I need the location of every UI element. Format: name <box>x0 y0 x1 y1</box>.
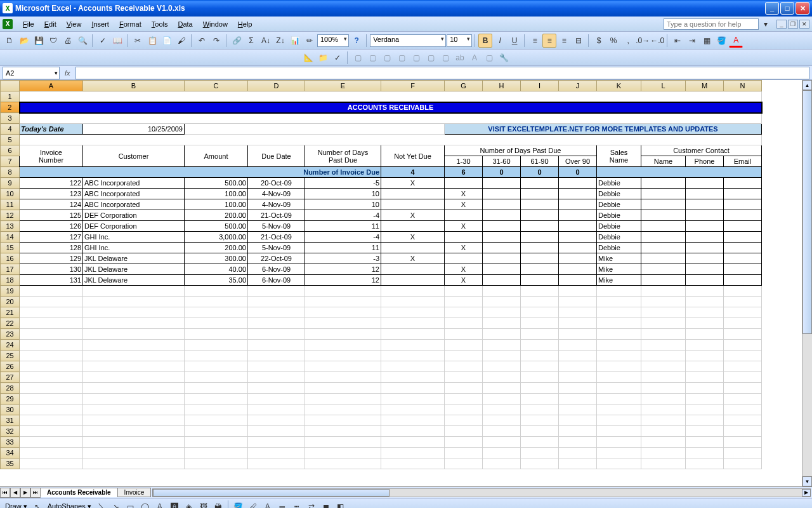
row-header-14[interactable]: 14 <box>1 232 20 243</box>
cell[interactable] <box>559 275 597 286</box>
preview-icon[interactable]: 🔍 <box>75 34 89 48</box>
cell[interactable]: 128 <box>20 243 83 253</box>
cell[interactable] <box>724 329 762 340</box>
fx-icon[interactable]: fx <box>60 69 75 77</box>
cell[interactable] <box>445 394 483 404</box>
row-header-27[interactable]: 27 <box>1 372 20 383</box>
cell[interactable] <box>597 167 762 178</box>
spellcheck-icon[interactable]: ✓ <box>96 34 110 48</box>
row-header-6[interactable]: 6 <box>1 145 20 156</box>
cell[interactable] <box>641 232 686 243</box>
cell[interactable] <box>559 264 597 275</box>
dash-style-icon[interactable]: ┅ <box>290 500 304 509</box>
chart-icon[interactable]: 📊 <box>288 34 302 48</box>
font-combo[interactable]: Verdana <box>370 34 446 47</box>
cell[interactable] <box>724 404 762 415</box>
cell[interactable] <box>724 448 762 458</box>
cell[interactable] <box>20 404 83 415</box>
cell[interactable]: 100.00 <box>185 189 248 199</box>
col-header-N[interactable]: N <box>724 81 762 91</box>
cell[interactable] <box>521 426 559 437</box>
currency-icon[interactable]: $ <box>592 34 606 48</box>
cell[interactable] <box>83 437 185 448</box>
cell[interactable] <box>83 372 185 383</box>
cell[interactable] <box>20 361 83 372</box>
cell[interactable]: 5-Nov-09 <box>248 243 305 253</box>
menu-file[interactable]: File <box>18 19 39 29</box>
cell[interactable] <box>381 264 445 275</box>
cell[interactable] <box>185 404 248 415</box>
cell[interactable] <box>559 253 597 264</box>
shadow-icon[interactable]: ◼ <box>319 500 333 509</box>
tool-icon[interactable]: A <box>468 51 481 65</box>
cell[interactable]: Debbie <box>597 221 641 232</box>
row-header-12[interactable]: 12 <box>1 210 20 221</box>
cell[interactable] <box>248 415 305 426</box>
cell[interactable]: 500.00 <box>185 221 248 232</box>
cell[interactable] <box>305 458 381 469</box>
tool-icon[interactable]: ▢ <box>438 51 452 65</box>
cell[interactable]: Debbie <box>597 210 641 221</box>
cell[interactable] <box>724 286 762 297</box>
cell[interactable] <box>445 458 483 469</box>
cell[interactable] <box>305 297 381 307</box>
align-center-icon[interactable]: ≡ <box>542 34 556 48</box>
cell[interactable] <box>483 437 521 448</box>
tab-prev-icon[interactable]: ◀ <box>10 488 20 498</box>
cell[interactable] <box>445 232 483 243</box>
header-r1[interactable]: 1-30 <box>445 156 483 167</box>
cell[interactable] <box>185 318 248 329</box>
cell[interactable]: Debbie <box>597 243 641 253</box>
col-header-K[interactable]: K <box>597 81 641 91</box>
tool-icon[interactable]: 📁 <box>316 51 330 65</box>
sort-desc-icon[interactable]: Z↓ <box>273 34 287 48</box>
cell[interactable] <box>686 264 724 275</box>
cell[interactable] <box>185 458 248 469</box>
col-header-I[interactable]: I <box>521 81 559 91</box>
cut-icon[interactable]: ✂ <box>131 34 145 48</box>
tool-icon[interactable]: ▢ <box>409 51 423 65</box>
cell[interactable] <box>248 383 305 394</box>
select-icon[interactable]: ↖ <box>30 500 44 509</box>
cell[interactable] <box>185 329 248 340</box>
comma-icon[interactable]: , <box>621 34 635 48</box>
cell[interactable] <box>597 448 641 458</box>
cell[interactable] <box>641 286 686 297</box>
cell[interactable] <box>686 404 724 415</box>
cell[interactable] <box>686 189 724 199</box>
cell[interactable] <box>483 189 521 199</box>
cell[interactable] <box>724 383 762 394</box>
header-r2[interactable]: 31-60 <box>483 156 521 167</box>
menu-edit[interactable]: Edit <box>39 19 62 29</box>
cell[interactable] <box>521 415 559 426</box>
cell[interactable] <box>83 351 185 361</box>
summary-r4[interactable]: 0 <box>559 167 597 178</box>
cell[interactable]: ABC Incorporated <box>83 178 185 189</box>
cell[interactable] <box>597 297 641 307</box>
cell[interactable] <box>724 415 762 426</box>
arrow-style-icon[interactable]: ⇄ <box>304 500 318 509</box>
cell[interactable] <box>445 318 483 329</box>
cell[interactable]: GHI Inc. <box>83 243 185 253</box>
row-header-20[interactable]: 20 <box>1 297 20 307</box>
cell[interactable] <box>381 361 445 372</box>
header-amount[interactable]: Amount <box>185 145 248 167</box>
cell[interactable] <box>20 286 83 297</box>
cell[interactable] <box>641 340 686 351</box>
cell[interactable] <box>686 415 724 426</box>
cell[interactable] <box>483 351 521 361</box>
doc-minimize-button[interactable]: _ <box>776 20 787 29</box>
cell[interactable] <box>305 340 381 351</box>
cell[interactable]: 10 <box>305 189 381 199</box>
tool-icon[interactable]: 📐 <box>301 51 315 65</box>
cell[interactable] <box>521 372 559 383</box>
cell[interactable] <box>305 318 381 329</box>
tool-icon[interactable]: ✓ <box>331 51 344 65</box>
autoshapes-menu[interactable]: AutoShapes ▾ <box>45 502 94 508</box>
cell[interactable] <box>686 221 724 232</box>
menu-view[interactable]: View <box>62 19 87 29</box>
cell[interactable] <box>445 329 483 340</box>
tool-icon[interactable]: ▢ <box>424 51 438 65</box>
cell[interactable] <box>641 297 686 307</box>
row-header-24[interactable]: 24 <box>1 340 20 351</box>
